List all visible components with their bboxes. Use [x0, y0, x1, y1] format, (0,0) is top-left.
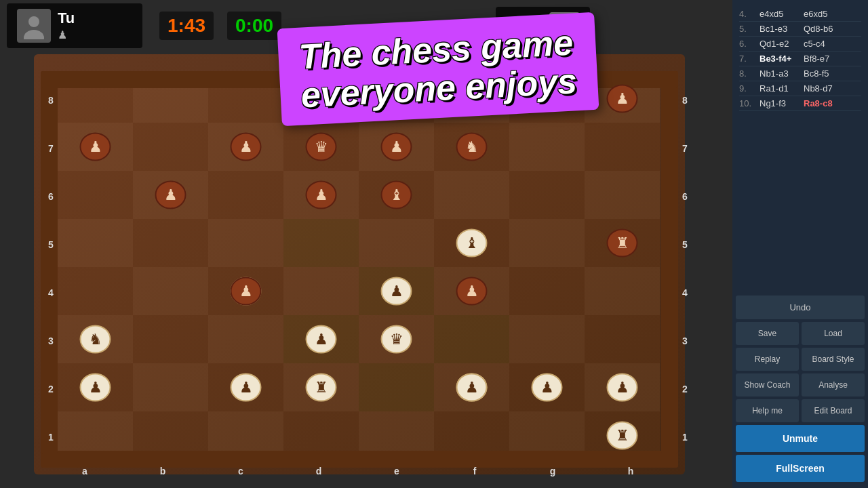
move-row: 5.Bc1-e3Qd8-b6: [739, 22, 861, 37]
svg-text:5: 5: [48, 239, 54, 250]
svg-rect-74: [661, 71, 678, 454]
svg-text:♟: ♟: [315, 331, 328, 348]
svg-text:♟: ♟: [239, 138, 253, 155]
svg-text:8: 8: [48, 95, 54, 106]
unmute-button[interactable]: Unmute: [736, 425, 865, 452]
right-panel: 4.e4xd5e6xd55.Bc1-e3Qd8-b66.Qd1-e2c5-c47…: [732, 0, 868, 488]
load-button[interactable]: Load: [802, 322, 865, 345]
svg-text:♟: ♟: [465, 283, 479, 300]
help-editboard-row: Help me Edit Board: [736, 399, 865, 422]
move-row: 7.Be3-f4+Bf8-e7: [739, 52, 861, 66]
move-row: 8.Nb1-a3Bc8-f5: [739, 66, 861, 81]
buttons-section: Undo Save Load Replay Board Style Show C…: [732, 292, 868, 488]
replay-boardstyle-row: Replay Board Style: [736, 348, 865, 371]
svg-text:2: 2: [682, 384, 688, 394]
svg-text:4: 4: [682, 287, 688, 298]
player-avatar-left: [17, 9, 51, 43]
svg-text:♜: ♜: [616, 235, 629, 251]
fullscreen-button[interactable]: FullScreen: [736, 455, 865, 482]
coach-analyse-row: Show Coach Analyse: [736, 373, 865, 396]
svg-text:a: a: [82, 466, 87, 476]
svg-text:♞: ♞: [89, 331, 102, 348]
svg-text:1: 1: [682, 432, 688, 443]
svg-rect-72: [41, 451, 678, 468]
undo-button[interactable]: Undo: [736, 296, 865, 319]
edit-board-button[interactable]: Edit Board: [802, 399, 865, 422]
player-left-info: Tu ♟: [7, 3, 142, 48]
timer-right: 0:00: [227, 12, 281, 40]
svg-text:♜: ♜: [315, 379, 328, 396]
svg-text:♝: ♝: [390, 186, 403, 203]
svg-text:♜: ♜: [616, 427, 629, 444]
svg-point-1: [24, 30, 44, 39]
svg-text:e: e: [394, 466, 399, 476]
analyse-button[interactable]: Analyse: [802, 373, 865, 396]
svg-text:3: 3: [682, 336, 688, 346]
svg-text:♛: ♛: [315, 138, 328, 155]
svg-text:♟: ♟: [239, 283, 253, 300]
replay-button[interactable]: Replay: [736, 348, 799, 371]
board-style-button[interactable]: Board Style: [802, 348, 865, 371]
save-load-row: Save Load: [736, 322, 865, 345]
svg-text:♞: ♞: [465, 138, 479, 155]
player-name-left: Tu: [58, 9, 75, 27]
timer-left: 1:43: [159, 12, 214, 40]
move-row: 4.e4xd5e6xd5: [739, 7, 861, 22]
svg-text:♟: ♟: [315, 186, 328, 203]
svg-text:♝: ♝: [465, 235, 479, 251]
svg-text:f: f: [473, 466, 477, 476]
svg-text:5: 5: [682, 239, 688, 250]
svg-text:d: d: [316, 466, 322, 476]
svg-rect-73: [41, 71, 58, 454]
svg-text:7: 7: [48, 143, 54, 154]
svg-text:♟: ♟: [540, 379, 554, 396]
svg-text:b: b: [160, 466, 166, 476]
svg-text:♟: ♟: [89, 379, 102, 396]
svg-text:8: 8: [682, 95, 688, 106]
svg-text:♟: ♟: [465, 379, 479, 396]
svg-text:6: 6: [682, 191, 688, 202]
svg-text:6: 6: [48, 191, 54, 202]
svg-text:♛: ♛: [390, 331, 403, 348]
svg-text:♟: ♟: [390, 138, 403, 155]
svg-text:♟: ♟: [616, 379, 629, 396]
save-button[interactable]: Save: [736, 322, 799, 345]
moves-list: 4.e4xd5e6xd55.Bc1-e3Qd8-b66.Qd1-e2c5-c47…: [732, 0, 868, 292]
svg-text:g: g: [550, 466, 556, 476]
move-row: 9.Ra1-d1Nb8-d7: [739, 81, 861, 96]
promo-banner: The chess game everyone enjoys: [277, 12, 599, 127]
svg-text:3: 3: [48, 336, 54, 346]
svg-text:♟: ♟: [89, 138, 102, 155]
move-row: 6.Qd1-e2c5-c4: [739, 37, 861, 52]
help-me-button[interactable]: Help me: [736, 399, 799, 422]
show-coach-button[interactable]: Show Coach: [736, 373, 799, 396]
svg-text:h: h: [628, 466, 634, 476]
svg-text:4: 4: [48, 287, 54, 298]
svg-text:7: 7: [682, 143, 688, 154]
svg-text:1: 1: [48, 432, 54, 443]
svg-text:2: 2: [48, 384, 54, 394]
svg-point-0: [28, 16, 39, 27]
player-piece-left: ♟: [58, 28, 75, 41]
svg-text:♟: ♟: [390, 283, 403, 300]
move-row: 10.Ng1-f3Ra8-c8: [739, 96, 861, 111]
board-area: Tu ♟ 1:43 0:00 Boris The chess game ever…: [0, 0, 732, 488]
svg-text:♟: ♟: [616, 90, 629, 107]
svg-text:c: c: [238, 466, 243, 476]
svg-text:♟: ♟: [164, 186, 178, 203]
svg-text:♟: ♟: [239, 379, 253, 396]
